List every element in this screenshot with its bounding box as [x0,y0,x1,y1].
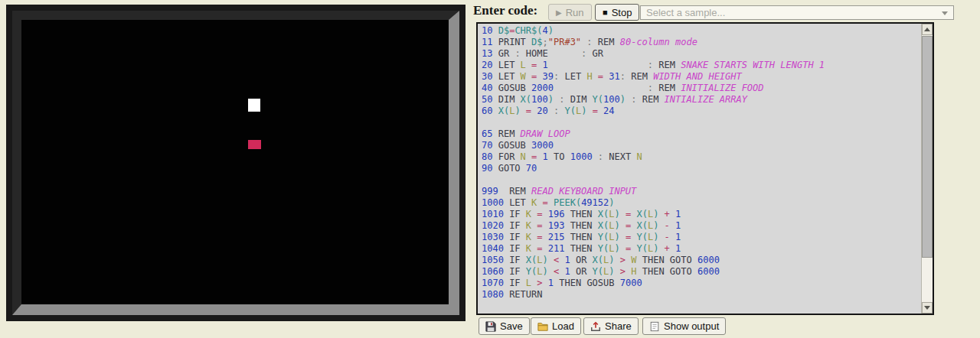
share-icon [590,321,601,332]
code-line: 1040 IF K = 211 THEN Y(L) = Y(L) + 1 [482,243,933,255]
code-line: 65 REM DRAW LOOP [482,128,933,140]
scroll-up-button[interactable] [922,24,933,35]
enter-code-label: Enter code: [473,3,537,18]
code-line: 30 LET W = 39: LET H = 31: REM WIDTH AND… [482,71,933,83]
show-output-button[interactable]: Show output [642,317,726,335]
share-button-label: Share [605,320,632,332]
code-line: 1000 LET K = PEEK(49152) [482,197,933,209]
code-line: 1999 REM INITIALIZE FOOD [482,312,933,315]
code-line: 60 X(L) = 20 : Y(L) = 24 [482,106,933,117]
code-line: 80 FOR N = 1 TO 1000 : NEXT N [482,151,933,163]
food-block [248,140,261,149]
code-line: 1050 IF X(L) < 1 OR X(L) > W THEN GOTO 6… [482,255,933,266]
code-editor[interactable]: 10 D$=CHR$(4)11 PRINT D$;"PR#3" : REM 80… [476,22,934,315]
emulator-monitor [6,5,466,321]
code-line: 1070 IF L > 1 THEN GOSUB 7000 [482,278,933,289]
code-line: 1020 IF K = 193 THEN X(L) = X(L) - 1 [482,220,933,232]
floppy-icon [485,321,496,332]
stop-icon: ■ [603,8,608,17]
monitor-bezel [12,11,459,315]
editor-scrollbar[interactable] [921,24,933,314]
sample-select-placeholder: Select a sample... [646,7,725,18]
code-line: 1060 IF Y(L) < 1 OR Y(L) > H THEN GOTO 6… [482,266,933,278]
save-button[interactable]: Save [479,317,530,335]
code-line: 20 LET L = 1 : REM SNAKE STARTS WITH LEN… [482,60,933,71]
code-line [482,174,933,186]
run-button-label: Run [566,7,584,18]
chevron-down-icon [942,11,948,15]
code-line: 11 PRINT D$;"PR#3" : REM 80-column mode [482,37,933,48]
arrow-up-icon [924,28,930,31]
code-line: 40 GOSUB 2000 : REM INITIALIZE FOOD [482,83,933,94]
code-line: 70 GOSUB 3000 [482,140,933,151]
stop-button[interactable]: ■ Stop [595,4,639,21]
share-button[interactable]: Share [583,317,639,335]
code-line: 1010 IF K = 196 THEN X(L) = X(L) + 1 [482,209,933,220]
scrollbar-thumb[interactable] [922,36,933,258]
code-line: 1080 RETURN [482,289,933,301]
code-line: 1030 IF K = 215 THEN Y(L) = Y(L) - 1 [482,232,933,243]
emulator-screen[interactable] [21,20,449,304]
show-output-button-label: Show output [664,320,719,332]
code-line: 10 D$=CHR$(4) [482,25,933,37]
code-text[interactable]: 10 D$=CHR$(4)11 PRINT D$;"PR#3" : REM 80… [478,24,933,315]
code-line: 13 GR : HOME : GR [482,48,933,60]
scroll-down-button[interactable] [922,302,933,314]
run-icon: ▶ [556,8,562,17]
folder-icon [537,321,548,332]
load-button[interactable]: Load [531,317,581,335]
stop-button-label: Stop [612,7,632,18]
sample-select[interactable]: Select a sample... [640,5,954,20]
code-line: 50 DIM X(100) : DIM Y(100) : REM INTIALI… [482,94,933,106]
snake-block [248,99,260,112]
code-line [482,301,933,312]
code-line: 90 GOTO 70 [482,163,933,174]
arrow-down-icon [924,306,930,310]
run-button[interactable]: ▶ Run [548,4,592,21]
document-icon [649,321,660,332]
save-button-label: Save [500,320,523,332]
code-line [482,117,933,128]
code-line: 999 REM READ KEYBOARD INPUT [482,186,933,197]
load-button-label: Load [552,320,574,332]
